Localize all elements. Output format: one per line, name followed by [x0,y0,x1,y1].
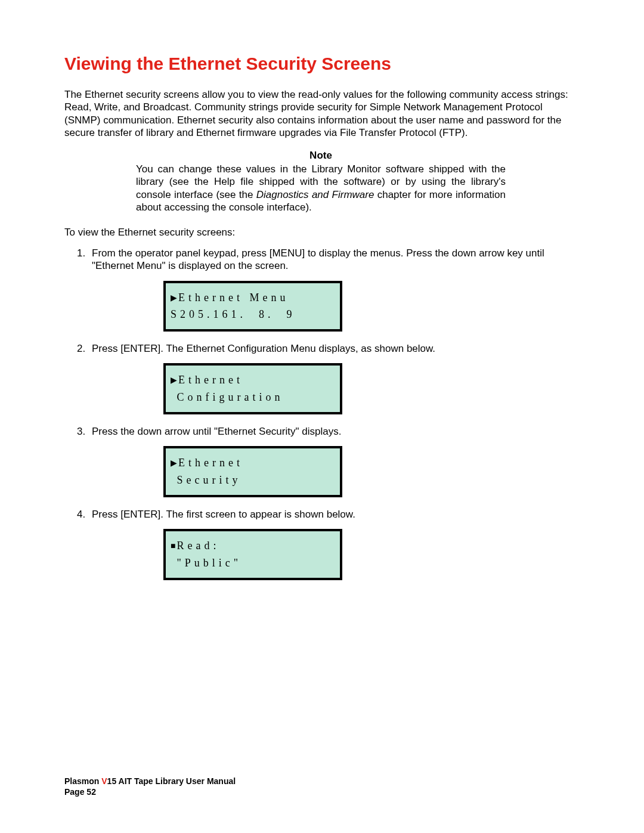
note-italic: Diagnostics and Firmware [256,189,374,200]
page-footer: Plasmon V15 AIT Tape Library User Manual… [64,776,236,797]
note-heading: Note [136,150,506,162]
footer-brand: Plasmon [64,776,101,786]
step-2: Press [ENTER]. The Ethernet Configuratio… [88,342,580,414]
step-3: Press the down arrow until "Ethernet Sec… [88,425,580,497]
step-4-text: Press [ENTER]. The first screen to appea… [92,509,355,520]
intro-paragraph: The Ethernet security screens allow you … [64,88,580,139]
footer-rest: 15 AIT Tape Library User Manual [107,776,236,786]
lcd3-line1: Ethernet [178,457,243,469]
lcd2-line2: Configuration [171,391,284,403]
lcd4-line2: "Public" [171,557,242,569]
lcd4-line1: Read: [177,540,219,552]
lcd-screen-4: ■Read: "Public" [163,529,342,580]
steps-list: From the operator panel keypad, press [M… [88,247,580,580]
lcd1-line1: Ethernet Menu [178,292,289,304]
step-1: From the operator panel keypad, press [M… [88,247,580,332]
triangle-icon: ▶ [171,374,177,387]
step-1-text: From the operator panel keypad, press [M… [92,247,544,271]
triangle-icon: ▶ [171,457,177,470]
lcd1-line2: S205.161. 8. 9 [171,308,296,320]
lcd3-line2: Security [171,474,242,486]
lead-text: To view the Ethernet security screens: [64,227,580,239]
lcd2-line1: Ethernet [178,374,243,386]
step-2-text: Press [ENTER]. The Ethernet Configuratio… [92,343,435,354]
page-title: Viewing the Ethernet Security Screens [64,54,580,74]
document-page: Viewing the Ethernet Security Screens Th… [0,0,644,833]
square-icon: ■ [171,540,175,553]
step-3-text: Press the down arrow until "Ethernet Sec… [92,426,341,437]
lcd-screen-2: ▶Ethernet Configuration [163,363,342,414]
footer-page: Page 52 [64,786,236,797]
note-text: You can change these values in the Libra… [136,163,506,213]
lcd-screen-3: ▶Ethernet Security [163,446,342,497]
footer-v: V [101,776,107,786]
triangle-icon: ▶ [171,292,177,305]
note-block: Note You can change these values in the … [136,150,506,213]
lcd-screen-1: ▶Ethernet Menu S205.161. 8. 9 [163,281,342,332]
step-4: Press [ENTER]. The first screen to appea… [88,508,580,580]
